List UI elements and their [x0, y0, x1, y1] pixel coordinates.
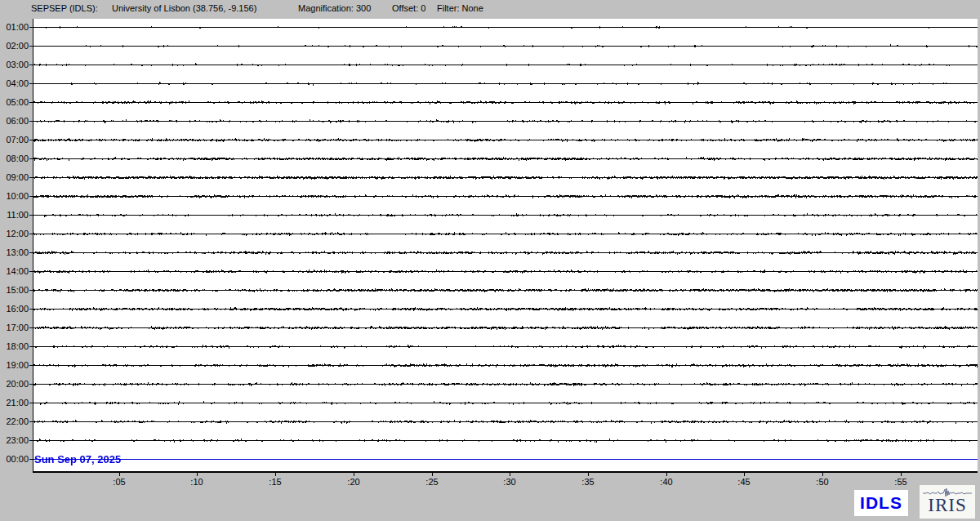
- x-axis-tick: [666, 473, 667, 476]
- x-axis-tick: [197, 473, 198, 476]
- y-axis-label: 22:00: [0, 416, 29, 426]
- x-axis-tick: [354, 473, 354, 476]
- y-axis-tick: [29, 346, 33, 347]
- y-axis-label: 08:00: [0, 154, 29, 163]
- y-axis-tick: [29, 327, 33, 328]
- idls-viewer-window: SEPSEP (IDLS): University of Lisbon (38.…: [0, 0, 980, 521]
- x-axis-label: :25: [420, 477, 444, 487]
- x-axis-label: :05: [107, 477, 131, 487]
- helicorder-traces-canvas[interactable]: [33, 19, 978, 471]
- y-axis-tick: [29, 440, 33, 441]
- y-axis-label: 23:00: [0, 435, 29, 445]
- offset-label: Offset: 0: [392, 2, 425, 14]
- y-axis-tick: [29, 459, 33, 460]
- y-axis-label: 09:00: [0, 172, 29, 182]
- x-axis-tick: [822, 473, 823, 476]
- date-annotation: Sun Sep 07, 2025: [34, 453, 121, 465]
- y-axis-label: 16:00: [0, 304, 29, 314]
- y-axis-label: 05:00: [0, 97, 29, 107]
- x-axis-tick: [901, 473, 902, 476]
- magnification-label: Magnification: 300: [298, 2, 371, 14]
- y-axis-label: 02:00: [0, 41, 29, 51]
- x-axis-tick: [432, 473, 433, 476]
- x-axis-label: :40: [654, 477, 679, 487]
- y-axis-label: 17:00: [0, 323, 29, 332]
- x-axis-tick: [510, 473, 510, 476]
- y-axis-label: 14:00: [0, 266, 29, 276]
- y-axis-tick: [29, 384, 33, 385]
- y-axis-label: 19:00: [0, 360, 29, 370]
- x-axis-tick: [119, 473, 120, 476]
- x-axis-label: :30: [497, 477, 522, 487]
- filter-label: Filter: None: [437, 2, 483, 14]
- y-axis-tick: [29, 234, 33, 234]
- y-axis-label: 04:00: [0, 78, 29, 88]
- y-axis-label: 18:00: [0, 341, 29, 351]
- y-axis-tick: [29, 215, 33, 216]
- x-axis-label: :15: [263, 477, 287, 487]
- y-axis-tick: [29, 121, 33, 122]
- iris-logo-text: IRIS: [920, 497, 975, 514]
- station-label: SEPSEP (IDLS):: [31, 2, 98, 14]
- y-axis-label: 20:00: [0, 379, 29, 389]
- x-axis-label: :10: [185, 477, 209, 487]
- y-axis-label: 13:00: [0, 247, 29, 257]
- y-axis-label: 15:00: [0, 285, 29, 295]
- y-axis-label: 01:00: [0, 22, 29, 32]
- y-axis-tick: [29, 252, 33, 253]
- x-axis-label: :45: [732, 477, 756, 487]
- y-axis-label: 11:00: [0, 210, 29, 220]
- y-axis-label: 06:00: [0, 116, 29, 126]
- y-axis-tick: [29, 271, 33, 272]
- y-axis-tick: [29, 102, 33, 103]
- y-axis-label: 12:00: [0, 229, 29, 238]
- y-axis-tick: [29, 177, 33, 178]
- y-axis-tick: [29, 290, 33, 291]
- x-axis-label: :35: [576, 477, 600, 487]
- y-axis-tick: [29, 83, 33, 84]
- idls-logo[interactable]: IDLS: [854, 490, 908, 516]
- y-axis-label: 21:00: [0, 398, 29, 407]
- iris-logo[interactable]: IRIS: [920, 485, 975, 519]
- y-axis-label: 03:00: [0, 60, 29, 69]
- y-axis-tick: [29, 421, 33, 422]
- y-axis-tick: [29, 309, 33, 309]
- y-axis-tick: [29, 65, 33, 65]
- x-axis-tick: [744, 473, 745, 476]
- y-axis-tick: [29, 46, 33, 47]
- x-axis-tick: [588, 473, 589, 476]
- y-axis-tick: [29, 27, 33, 28]
- x-axis-label: :20: [341, 477, 366, 487]
- x-axis-label: :55: [889, 477, 913, 487]
- y-axis-tick: [29, 140, 33, 140]
- y-axis-tick: [29, 365, 33, 366]
- y-axis-tick: [29, 196, 33, 197]
- location-label: University of Lisbon (38.756, -9.156): [112, 2, 256, 14]
- y-axis-label: 07:00: [0, 135, 29, 145]
- plot-area: [33, 19, 978, 473]
- y-axis-label: 00:00: [0, 454, 29, 464]
- y-axis-tick: [29, 158, 33, 159]
- x-axis-label: :50: [810, 477, 835, 487]
- header-bar: SEPSEP (IDLS): University of Lisbon (38.…: [0, 0, 980, 18]
- x-axis-tick: [275, 473, 276, 476]
- y-axis-tick: [29, 403, 33, 403]
- y-axis-label: 10:00: [0, 191, 29, 201]
